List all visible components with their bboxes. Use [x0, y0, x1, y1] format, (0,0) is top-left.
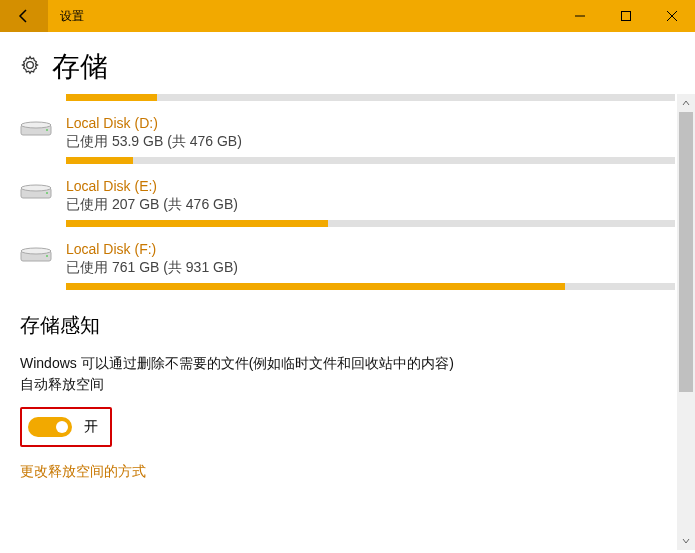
progress-fill [66, 220, 328, 227]
progress-fill [66, 94, 157, 101]
svg-point-12 [46, 255, 48, 257]
disk-info: Local Disk (D:) 已使用 53.9 GB (共 476 GB) [66, 115, 675, 164]
progress-fill [66, 283, 565, 290]
disk-name: Local Disk (D:) [66, 115, 675, 131]
gear-icon [20, 55, 40, 80]
storage-sense-title: 存储感知 [20, 312, 675, 339]
disk-usage-text: 已使用 53.9 GB (共 476 GB) [66, 133, 675, 151]
page-header: 存储 [0, 32, 695, 94]
scrollbar-track[interactable] [677, 112, 695, 532]
progress-bar [66, 157, 675, 164]
progress-fill [66, 157, 133, 164]
drive-icon [20, 119, 52, 151]
disk-info: Local Disk (E:) 已使用 207 GB (共 476 GB) [66, 178, 675, 227]
close-icon [667, 11, 677, 21]
page-title: 存储 [52, 48, 108, 86]
storage-sense-toggle-highlight: 开 [20, 407, 112, 447]
scroll-up-button[interactable] [677, 94, 695, 112]
progress-bar [66, 283, 675, 290]
disk-name: Local Disk (E:) [66, 178, 675, 194]
disk-row[interactable]: Local Disk (D:) 已使用 53.9 GB (共 476 GB) [20, 115, 675, 164]
disk-usage-text: 已使用 761 GB (共 931 GB) [66, 259, 675, 277]
disk-info: Local Disk (F:) 已使用 761 GB (共 931 GB) [66, 241, 675, 290]
disk-name: Local Disk (F:) [66, 241, 675, 257]
chevron-down-icon [682, 537, 690, 545]
storage-sense-toggle[interactable] [28, 417, 72, 437]
scrollbar-thumb[interactable] [679, 112, 693, 392]
minimize-icon [575, 11, 585, 21]
disk-list: Local Disk (D:) 已使用 53.9 GB (共 476 GB) L… [20, 115, 675, 290]
close-button[interactable] [649, 0, 695, 32]
svg-point-8 [21, 185, 51, 191]
svg-point-11 [21, 248, 51, 254]
toggle-knob [56, 421, 68, 433]
disk-row[interactable]: Local Disk (F:) 已使用 761 GB (共 931 GB) [20, 241, 675, 290]
progress-bar [66, 94, 675, 101]
maximize-icon [621, 11, 631, 21]
content: Local Disk (D:) 已使用 53.9 GB (共 476 GB) L… [0, 94, 695, 550]
arrow-left-icon [16, 8, 32, 24]
toggle-label: 开 [84, 418, 98, 436]
drive-icon [20, 245, 52, 277]
scroll-down-button[interactable] [677, 532, 695, 550]
storage-sense-description: Windows 可以通过删除不需要的文件(例如临时文件和回收站中的内容)自动释放… [20, 353, 460, 395]
window-title: 设置 [60, 8, 84, 25]
titlebar: 设置 [0, 0, 695, 32]
svg-rect-1 [622, 12, 631, 21]
svg-point-6 [46, 129, 48, 131]
back-button[interactable] [0, 0, 48, 32]
svg-point-5 [21, 122, 51, 128]
change-free-space-link[interactable]: 更改释放空间的方式 [20, 463, 146, 481]
drive-icon [20, 182, 52, 214]
window-controls [557, 0, 695, 32]
disk-usage-text: 已使用 207 GB (共 476 GB) [66, 196, 675, 214]
maximize-button[interactable] [603, 0, 649, 32]
scroll-area: Local Disk (D:) 已使用 53.9 GB (共 476 GB) L… [0, 94, 695, 550]
svg-point-9 [46, 192, 48, 194]
disk-row[interactable]: Local Disk (E:) 已使用 207 GB (共 476 GB) [20, 178, 675, 227]
partial-disk-bar[interactable] [66, 94, 675, 101]
progress-bar [66, 220, 675, 227]
chevron-up-icon [682, 99, 690, 107]
vertical-scrollbar[interactable] [677, 94, 695, 550]
minimize-button[interactable] [557, 0, 603, 32]
